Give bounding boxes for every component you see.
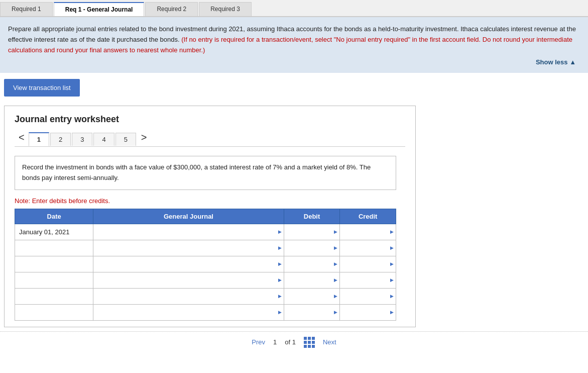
date-cell-2	[15, 240, 93, 256]
table-row: January 01, 2021	[15, 224, 396, 240]
credit-cell-5[interactable]	[340, 288, 396, 304]
show-less-button[interactable]: Show less ▲	[8, 57, 580, 68]
tab-required-3[interactable]: Required 3	[199, 2, 252, 16]
debit-input-3[interactable]	[284, 256, 340, 272]
debit-input-4[interactable]	[284, 272, 340, 288]
debit-input-6[interactable]	[284, 305, 340, 320]
grid-icon[interactable]	[304, 337, 315, 348]
col-header-date: Date	[15, 209, 93, 224]
note-text: Note: Enter debits before credits.	[15, 197, 405, 205]
gj-cell-4[interactable]	[93, 272, 284, 288]
credit-input-4[interactable]	[340, 272, 396, 288]
gj-input-6[interactable]	[93, 305, 284, 320]
entry-tabs: < 1 2 3 4 5 >	[15, 132, 405, 147]
credit-cell-1[interactable]	[340, 224, 396, 240]
debit-input-1[interactable]	[284, 224, 340, 240]
debit-cell-1[interactable]	[284, 224, 340, 240]
worksheet-title: Journal entry worksheet	[15, 114, 405, 125]
tab-required-2[interactable]: Required 2	[145, 2, 198, 16]
date-cell-5	[15, 288, 93, 304]
entry-tab-5[interactable]: 5	[115, 133, 136, 146]
credit-input-2[interactable]	[340, 240, 396, 256]
gj-cell-5[interactable]	[93, 288, 284, 304]
col-header-debit: Debit	[284, 209, 340, 224]
gj-input-2[interactable]	[93, 240, 284, 256]
date-cell-4	[15, 272, 93, 288]
entry-tab-4[interactable]: 4	[93, 133, 114, 146]
credit-cell-6[interactable]	[340, 304, 396, 320]
credit-cell-4[interactable]	[340, 272, 396, 288]
debit-cell-4[interactable]	[284, 272, 340, 288]
journal-table: Date General Journal Debit Credit Januar…	[15, 209, 396, 321]
tab-required-1[interactable]: Required 1	[0, 2, 53, 16]
gj-input-5[interactable]	[93, 289, 284, 304]
credit-input-6[interactable]	[340, 305, 396, 320]
entry-tab-1[interactable]: 1	[29, 132, 49, 146]
page-number: 1	[273, 338, 277, 346]
prev-button[interactable]: Prev	[252, 338, 265, 346]
date-cell-6	[15, 304, 93, 320]
gj-cell-1[interactable]	[93, 224, 284, 240]
date-cell-3	[15, 256, 93, 272]
date-cell-1: January 01, 2021	[15, 224, 93, 240]
gj-input-3[interactable]	[93, 256, 284, 272]
debit-cell-2[interactable]	[284, 240, 340, 256]
gj-cell-3[interactable]	[93, 256, 284, 272]
worksheet-container: Journal entry worksheet < 1 2 3 4 5 > Re…	[4, 106, 416, 327]
debit-input-2[interactable]	[284, 240, 340, 256]
credit-input-1[interactable]	[340, 224, 396, 240]
prev-tab-arrow[interactable]: <	[15, 132, 29, 146]
table-row	[15, 240, 396, 256]
table-row	[15, 256, 396, 272]
gj-cell-6[interactable]	[93, 304, 284, 320]
credit-cell-2[interactable]	[340, 240, 396, 256]
entry-tab-2[interactable]: 2	[50, 133, 71, 146]
credit-input-5[interactable]	[340, 289, 396, 304]
debit-cell-6[interactable]	[284, 304, 340, 320]
next-tab-arrow[interactable]: >	[137, 132, 151, 146]
next-button[interactable]: Next	[323, 338, 336, 346]
entry-description: Record the investment in bonds with a fa…	[15, 156, 396, 190]
debit-cell-5[interactable]	[284, 288, 340, 304]
tab-general-journal[interactable]: Req 1 - General Journal	[54, 2, 145, 16]
col-header-credit: Credit	[340, 209, 396, 224]
col-header-gj: General Journal	[93, 209, 284, 224]
gj-input-1[interactable]	[93, 224, 284, 240]
table-row	[15, 288, 396, 304]
instructions-box: Prepare all appropriate journal entries …	[0, 17, 588, 73]
bottom-nav: Prev 1 of 1 Next	[0, 331, 588, 353]
tab-bar: Required 1 Req 1 - General Journal Requi…	[0, 0, 588, 17]
page-of-total: of 1	[285, 338, 296, 346]
gj-input-4[interactable]	[93, 272, 284, 288]
credit-cell-3[interactable]	[340, 256, 396, 272]
entry-tab-3[interactable]: 3	[72, 133, 92, 146]
table-row	[15, 272, 396, 288]
debit-input-5[interactable]	[284, 289, 340, 304]
table-row	[15, 304, 396, 320]
credit-input-3[interactable]	[340, 256, 396, 272]
debit-cell-3[interactable]	[284, 256, 340, 272]
gj-cell-2[interactable]	[93, 240, 284, 256]
view-transaction-button[interactable]: View transaction list	[4, 79, 80, 97]
